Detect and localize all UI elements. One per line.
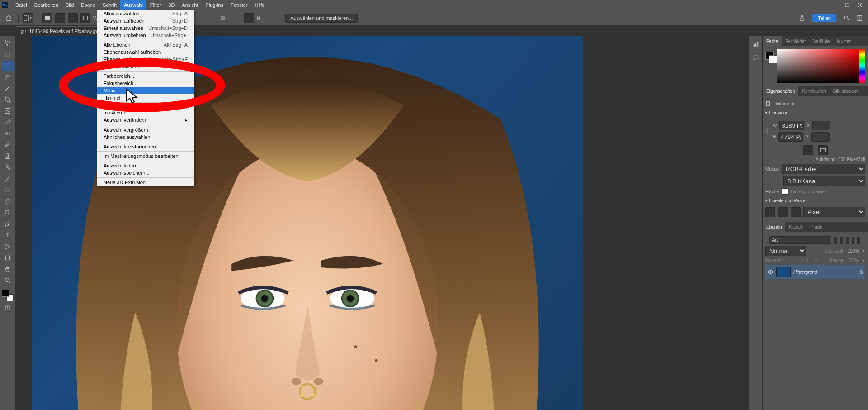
width-input[interactable] bbox=[779, 121, 804, 130]
x-input[interactable] bbox=[812, 121, 830, 130]
minimize-button[interactable] bbox=[828, 0, 841, 10]
marquee-tool-preset[interactable]: ▾ bbox=[23, 13, 33, 23]
tool-stamp[interactable] bbox=[2, 151, 14, 161]
menuitem-hnliches-ausw-hlen[interactable]: Ähnliches auswählen bbox=[97, 133, 194, 141]
landscape-orient-icon[interactable] bbox=[818, 145, 828, 155]
menuitem-farbbereich[interactable]: Farbbereich... bbox=[97, 72, 194, 80]
layer-tab-ebenen[interactable]: Ebenen bbox=[763, 222, 785, 232]
workspace-icon[interactable] bbox=[854, 13, 864, 23]
color-field[interactable] bbox=[777, 49, 859, 83]
blend-mode-select[interactable]: Normal bbox=[765, 246, 806, 256]
tool-type[interactable] bbox=[2, 230, 14, 240]
menuitem-neue-3d-extrusion[interactable]: Neue 3D-Extrusion bbox=[97, 179, 194, 186]
color-tab-farbe[interactable]: Farbe bbox=[763, 36, 782, 46]
menuitem-auswahl-ver-ndern[interactable]: Auswahl verändern bbox=[97, 116, 194, 124]
menu-hilfe[interactable]: Hilfe bbox=[251, 0, 268, 10]
tool-pen[interactable] bbox=[2, 219, 14, 229]
prop-tab-bibliotheken[interactable]: Bibliotheken bbox=[830, 86, 861, 96]
fill-swatch[interactable] bbox=[782, 188, 788, 195]
menu-fenster[interactable]: Fenster bbox=[227, 0, 251, 10]
filter-type-icon[interactable] bbox=[846, 237, 849, 244]
layer-row-background[interactable]: Hintergrund bbox=[765, 265, 865, 279]
labs-icon[interactable] bbox=[797, 13, 807, 23]
menuitem-auswahl-aufheben[interactable]: Auswahl aufhebenStrg+D bbox=[97, 17, 194, 24]
layer-tab-pfade[interactable]: Pfade bbox=[807, 222, 826, 232]
close-button[interactable] bbox=[854, 0, 866, 10]
prop-tab-korrekturen[interactable]: Korrekturen bbox=[798, 86, 829, 96]
color-tab-farbfelder[interactable]: Farbfelder bbox=[782, 36, 810, 46]
mode-select[interactable]: RGB-Farbe bbox=[782, 164, 865, 174]
tool-blur[interactable] bbox=[2, 196, 14, 206]
tool-hand[interactable] bbox=[2, 264, 14, 274]
filter-pixel-icon[interactable] bbox=[834, 237, 837, 244]
tool-frame[interactable] bbox=[2, 106, 14, 116]
subtract-selection-icon[interactable] bbox=[68, 13, 78, 23]
layer-tab-kanäle[interactable]: Kanäle bbox=[785, 222, 807, 232]
tool-eraser[interactable] bbox=[2, 174, 14, 184]
dock-comments-icon[interactable] bbox=[751, 53, 760, 62]
menu-3d[interactable]: 3D bbox=[165, 0, 178, 10]
menu-datei[interactable]: Datei bbox=[12, 0, 31, 10]
search-icon[interactable] bbox=[842, 13, 852, 23]
tool-move[interactable] bbox=[2, 38, 14, 48]
tool-artboard[interactable] bbox=[2, 49, 14, 59]
tool-zoom[interactable] bbox=[2, 276, 14, 286]
hue-slider[interactable] bbox=[859, 49, 865, 83]
home-icon[interactable] bbox=[4, 13, 14, 23]
tool-wand[interactable] bbox=[2, 83, 14, 93]
prop-tab-eigenschaften[interactable]: Eigenschaften bbox=[763, 86, 798, 96]
canvas-section[interactable]: Leinwand bbox=[765, 109, 865, 117]
filter-smart-icon[interactable] bbox=[857, 237, 860, 244]
bitdepth-select[interactable]: 8 Bit/Kanal bbox=[783, 176, 865, 186]
menu-auswahl[interactable]: Auswahl bbox=[120, 0, 146, 10]
tool-shape[interactable] bbox=[2, 253, 14, 263]
tool-eyedropper[interactable] bbox=[2, 117, 14, 127]
tool-lasso[interactable] bbox=[2, 72, 14, 82]
menuitem-alles-ausw-hlen[interactable]: Alles auswählenStrg+A bbox=[97, 10, 194, 17]
add-selection-icon[interactable] bbox=[55, 13, 65, 23]
aspect-icon[interactable] bbox=[244, 13, 254, 23]
ruler-section[interactable]: Lineale und Raster bbox=[765, 196, 865, 205]
layer-thumbnail[interactable] bbox=[776, 267, 791, 277]
menu-filter[interactable]: Filter bbox=[146, 0, 165, 10]
grid-icon[interactable] bbox=[778, 207, 788, 217]
portrait-orient-icon[interactable] bbox=[803, 145, 813, 155]
tool-history[interactable] bbox=[2, 162, 14, 172]
menuitem-auswahl-speichern[interactable]: Auswahl speichern... bbox=[97, 169, 194, 176]
menuitem-ebenenauswahl-aufheben[interactable]: Ebenenauswahl aufheben bbox=[97, 48, 194, 56]
menuitem-erneut-ausw-hlen[interactable]: Erneut auswählenUmschalt+Strg+D bbox=[97, 24, 194, 32]
tool-gradient[interactable] bbox=[2, 185, 14, 195]
menuitem-ausw-hlen-und-maskieren[interactable]: Auswählen und maskieren...Alt+Strg+R bbox=[97, 104, 194, 116]
layer-name[interactable]: Hintergrund bbox=[793, 270, 817, 275]
menuitem-auswahl-laden[interactable]: Auswahl laden... bbox=[97, 162, 194, 169]
menu-ansicht[interactable]: Ansicht bbox=[178, 0, 202, 10]
tool-marquee[interactable] bbox=[2, 61, 14, 71]
menuitem-fokusbereich[interactable]: Fokusbereich... bbox=[97, 80, 194, 87]
filter-toggle[interactable] bbox=[863, 237, 865, 243]
tool-path[interactable] bbox=[2, 242, 14, 252]
dock-histogram-icon[interactable] bbox=[751, 40, 760, 49]
menuitem-ebenen-suchen[interactable]: Ebenen suchenAlt+Umschalt+Strg+F bbox=[97, 56, 194, 63]
menuitem-auswahl-umkehren[interactable]: Auswahl umkehrenUmschalt+Strg+I bbox=[97, 32, 194, 39]
filter-adjust-icon[interactable] bbox=[840, 237, 843, 244]
color-tab-verläufe[interactable]: Verläufe bbox=[810, 36, 834, 46]
share-button[interactable]: Teilen bbox=[812, 14, 836, 22]
intersect-selection-icon[interactable] bbox=[80, 13, 90, 23]
height-input[interactable] bbox=[778, 132, 803, 142]
menuitem-alle-ebenen[interactable]: Alle EbenenAlt+Strg+A bbox=[97, 41, 194, 48]
y-input[interactable] bbox=[811, 132, 830, 142]
tool-edit-toolbar[interactable] bbox=[2, 303, 14, 313]
menu-plug-ins[interactable]: Plug-ins bbox=[202, 0, 227, 10]
lock-icon[interactable] bbox=[859, 269, 863, 275]
select-and-mask-button[interactable]: Auswählen und maskieren... bbox=[285, 14, 358, 23]
color-tab-muster[interactable]: Muster bbox=[833, 36, 854, 46]
tool-brush[interactable] bbox=[2, 140, 14, 150]
tool-dodge[interactable] bbox=[2, 208, 14, 218]
menu-schrift[interactable]: Schrift bbox=[99, 0, 120, 10]
menuitem-im-maskierungsmodus-bearbeiten[interactable]: Im Maskierungsmodus bearbeiten bbox=[97, 153, 194, 160]
layer-search[interactable] bbox=[769, 236, 831, 244]
filter-shape-icon[interactable] bbox=[852, 237, 855, 244]
menu-ebene[interactable]: Ebene bbox=[77, 0, 99, 10]
menu-bearbeiten[interactable]: Bearbeiten bbox=[31, 0, 62, 10]
menuitem-ebenen-isolieren[interactable]: Ebenen isolieren bbox=[97, 63, 194, 70]
